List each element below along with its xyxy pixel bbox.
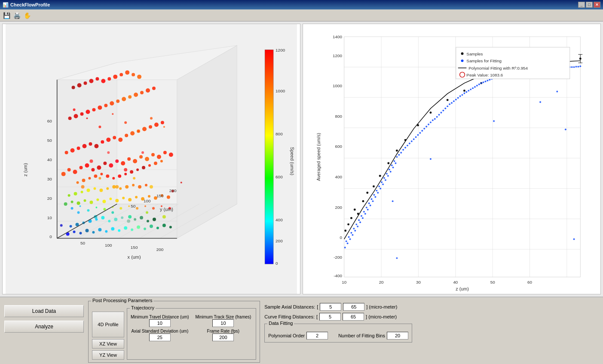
svg-point-116 <box>98 105 102 110</box>
svg-text:400: 400 <box>335 174 343 179</box>
svg-text:100: 100 <box>105 243 112 248</box>
svg-point-415 <box>493 120 495 122</box>
sample-axial-input1[interactable] <box>320 303 341 311</box>
close-button[interactable]: ✕ <box>594 2 600 8</box>
svg-point-341 <box>428 124 429 125</box>
svg-text:150: 150 <box>156 193 164 198</box>
svg-point-66 <box>93 187 96 190</box>
pan-icon[interactable]: ✋ <box>22 11 32 20</box>
poly-order-input[interactable] <box>306 332 328 340</box>
trajectory-params: Minimum Travel Distance (um) Minimum Tra… <box>131 315 252 341</box>
min-travel-input[interactable] <box>149 319 171 327</box>
save-icon[interactable]: 💾 <box>2 11 11 20</box>
chart-3d-svg: 50 100 150 200 x (um) 50 100 150 200 y (… <box>3 24 300 294</box>
min-track-item: Minimum Track Size (frames) <box>194 315 253 327</box>
svg-point-128 <box>84 82 87 85</box>
curve-fitting-input2[interactable] <box>343 313 364 321</box>
load-data-button[interactable]: Load Data <box>4 305 84 317</box>
right-params: Sample Axial Distances: [ ] (micro-meter… <box>264 301 412 343</box>
svg-text:150: 150 <box>131 245 138 250</box>
svg-point-101 <box>106 138 110 142</box>
svg-point-120 <box>122 97 126 101</box>
svg-point-418 <box>573 238 575 240</box>
svg-point-166 <box>73 108 76 111</box>
svg-point-159 <box>119 207 122 210</box>
svg-point-180 <box>141 151 144 154</box>
svg-point-132 <box>107 77 111 81</box>
svg-point-70 <box>119 187 122 190</box>
num-bins-input[interactable] <box>387 332 408 340</box>
svg-point-411 <box>575 66 577 67</box>
svg-point-332 <box>409 143 410 144</box>
svg-point-168 <box>98 125 101 128</box>
svg-point-298 <box>361 215 362 217</box>
bottom-panel: Load Data Analyze Post Processing Parame… <box>0 297 603 364</box>
svg-point-37 <box>108 220 110 223</box>
toolbar: 💾 🖨️ ✋ <box>0 9 603 21</box>
svg-point-138 <box>77 181 79 184</box>
svg-point-108 <box>149 125 152 128</box>
svg-point-426 <box>461 59 464 62</box>
svg-text:z (um): z (um) <box>23 163 28 176</box>
maximize-button[interactable]: □ <box>586 2 593 8</box>
charts-area: 50 100 150 200 x (um) 50 100 150 200 y (… <box>0 21 603 297</box>
chart-2d: 1400 1200 1000 800 600 400 200 0 -200 -4… <box>303 24 601 294</box>
svg-point-50 <box>96 199 99 201</box>
svg-point-122 <box>134 92 138 97</box>
svg-point-305 <box>370 205 371 206</box>
svg-point-181 <box>81 185 85 189</box>
svg-point-36 <box>101 216 104 220</box>
svg-point-51 <box>102 200 106 203</box>
profile-4d-button[interactable]: 4D Profile <box>92 312 124 337</box>
svg-point-351 <box>449 103 450 105</box>
min-track-input[interactable] <box>212 319 234 327</box>
curve-fitting-input1[interactable] <box>319 313 341 321</box>
svg-point-178 <box>107 151 110 154</box>
svg-point-118 <box>110 101 114 105</box>
svg-point-349 <box>444 107 446 109</box>
svg-point-416 <box>539 101 541 103</box>
svg-point-424 <box>461 52 464 55</box>
svg-point-412 <box>577 66 579 67</box>
svg-point-259 <box>344 229 346 232</box>
svg-point-286 <box>346 240 347 242</box>
svg-point-319 <box>387 175 389 177</box>
curve-fitting-bracket-open: [ <box>316 314 318 319</box>
svg-point-121 <box>128 95 132 98</box>
analyze-button[interactable]: Analyze <box>4 321 84 333</box>
svg-point-327 <box>398 154 400 156</box>
minimize-button[interactable]: _ <box>578 2 585 8</box>
sample-axial-unit: ] (micro-meter) <box>366 304 397 309</box>
svg-point-93 <box>169 153 173 157</box>
trajectory-title: Trajectocry <box>130 305 156 310</box>
params-group-title: Post Processing Parameters <box>91 298 153 303</box>
svg-point-99 <box>94 144 98 148</box>
axial-std-input[interactable] <box>149 333 171 341</box>
svg-text:40: 40 <box>453 280 458 284</box>
xz-view-button[interactable]: XZ View <box>92 339 124 349</box>
window-title: CheckFlowProfile <box>10 2 50 7</box>
frame-rate-input[interactable] <box>212 333 234 341</box>
svg-point-17 <box>85 229 89 232</box>
svg-point-86 <box>127 157 131 161</box>
svg-point-25 <box>137 226 140 229</box>
print-icon[interactable]: 🖨️ <box>12 11 21 20</box>
svg-point-340 <box>425 125 427 127</box>
yz-view-button[interactable]: YZ View <box>92 350 124 360</box>
svg-text:50: 50 <box>47 138 52 143</box>
svg-point-265 <box>366 192 368 194</box>
svg-point-144 <box>112 177 115 180</box>
svg-point-48 <box>84 199 86 202</box>
svg-text:200: 200 <box>275 239 283 243</box>
svg-point-21 <box>111 227 114 230</box>
svg-point-71 <box>125 185 129 189</box>
svg-point-58 <box>148 195 150 198</box>
svg-point-40 <box>127 220 130 223</box>
svg-point-126 <box>72 86 75 89</box>
sample-axial-input2[interactable] <box>343 303 364 311</box>
svg-point-151 <box>154 162 157 165</box>
svg-point-111 <box>68 116 72 120</box>
svg-text:Speed (um/s): Speed (um/s) <box>290 147 295 175</box>
svg-point-173 <box>163 126 165 128</box>
svg-point-41 <box>134 218 136 221</box>
